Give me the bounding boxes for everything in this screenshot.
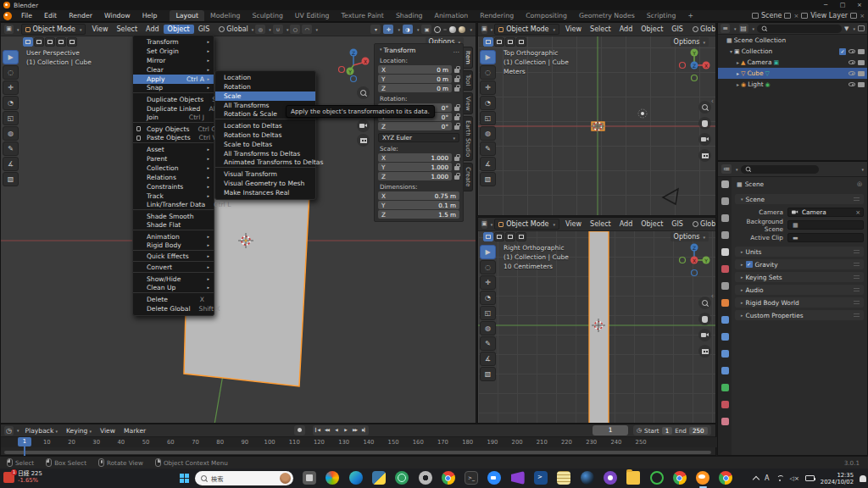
zoom-view-icon[interactable] [698,101,711,114]
falloff-curve-icon[interactable]: ◠ [302,25,312,34]
filter-funnel-icon[interactable]: ▼ [844,25,849,32]
workspace-tab[interactable]: Shading [390,10,429,21]
panel-options-icon[interactable]: … [453,47,459,54]
jump-to-start-button[interactable]: ▎◀ [313,425,322,435]
perspective-toggle-icon[interactable] [357,134,370,147]
hide-viewport-icon[interactable] [849,71,855,75]
measure-tool[interactable]: ∡ [3,157,19,171]
hide-viewport-icon[interactable] [849,82,855,86]
lock-icon[interactable] [454,78,459,82]
transform-orientation-dropdown[interactable]: Global▾ [693,25,715,33]
lock-icon[interactable] [454,166,459,170]
material-properties-tab[interactable] [721,401,729,408]
object-menu-item[interactable]: Parent ▸ [133,154,214,164]
camera-view-icon[interactable] [698,133,711,146]
apply-menu-item[interactable]: Visual Geometry to Mesh [215,179,315,188]
light-object[interactable] [638,109,647,118]
lock-icon[interactable] [454,157,459,161]
expand-arrow-icon[interactable]: ▾ [730,48,732,54]
gizmos-toggle-icon[interactable]: ✛ [383,25,393,34]
lock-icon[interactable] [454,69,459,73]
object-menu-item[interactable]: Transform ▸ [133,37,214,47]
transform-tool[interactable]: ◍ [480,321,496,336]
navigation-gizmo[interactable]: Z X Y [337,47,370,86]
lock-icon[interactable] [454,175,459,180]
gravity-section[interactable]: ▸✓Gravity [735,259,864,269]
object-menu-item[interactable]: Join Ctrl J [133,114,214,123]
camera-view-icon[interactable] [357,119,370,132]
notepad-icon[interactable] [557,471,570,485]
blender-menu-icon[interactable] [3,12,12,20]
rotate-tool[interactable]: ◔ [480,96,496,110]
active-clip-field[interactable]: ▬ [787,233,864,242]
globe-icon[interactable] [395,471,409,485]
scale-field[interactable]: X1.000 [378,153,452,162]
npanel-tab[interactable]: Earth Studio [464,116,473,161]
measure-tool[interactable]: ∡ [480,157,496,171]
viewport-menu-item[interactable]: GIS [667,25,687,34]
overlays-toggle-icon[interactable]: ◑ [403,25,413,34]
npanel-tab[interactable]: Item [464,47,473,69]
disable-render-icon[interactable] [858,49,865,54]
app-menu-item[interactable]: Window [98,12,136,19]
object-menu-item[interactable]: Duplicate Objects Shift D [133,95,214,104]
box-select-icon[interactable] [494,232,504,241]
circle-select-icon[interactable] [45,37,55,47]
apply-menu-item[interactable]: Rotation to Deltas [215,130,315,140]
chrome-3-icon[interactable] [719,471,732,485]
scene-panel-header[interactable]: ▾Scene [735,194,864,204]
timeline-editor-icon[interactable]: ◷ [4,426,14,435]
lasso-select-icon[interactable] [516,232,526,241]
viewport-menu-item[interactable]: View [561,25,586,34]
audio-section[interactable]: ▸Audio [735,285,864,295]
blender-icon[interactable] [696,471,709,485]
viewport-menu-item[interactable]: View [561,219,586,229]
viewport-menu-item[interactable]: Select [112,25,142,34]
outliner-row-scene-collection[interactable]: ▦ Scene Collection [718,35,867,46]
github-icon[interactable] [604,471,617,485]
axis-x-neg-handle[interactable] [339,67,345,73]
timeline-ruler[interactable]: 1102030405060708090100110120130140150160… [1,437,717,447]
chrome-2-icon[interactable] [673,471,687,485]
stock-widget[interactable]: 日経 225-1.65% [3,470,42,484]
workspace-tab[interactable]: Geometry Nodes [573,10,641,21]
expand-arrow-icon[interactable]: ▸ [737,70,739,76]
apply-menu-item[interactable]: Scale [215,92,315,101]
location-field[interactable]: Z0 m [378,84,452,92]
lock-icon[interactable] [454,125,459,130]
new-scene-icon[interactable] [784,13,791,19]
task-view-icon[interactable] [303,471,316,485]
new-view-layer-icon[interactable] [850,13,857,19]
start-button[interactable] [180,474,189,483]
cursor-tool[interactable]: ◌ [480,260,496,274]
timeline-menu-item[interactable]: Keying▾ [62,427,96,435]
circle-select-icon[interactable] [505,37,515,47]
mode-dropdown[interactable]: Object Mode▾ [494,24,559,35]
mode-dropdown[interactable]: Object Mode▾ [494,219,559,230]
settings-icon[interactable] [419,471,432,485]
viewport-menu-item[interactable]: Add [615,25,637,34]
disable-render-icon[interactable] [858,60,865,65]
apply-menu-item[interactable]: Location to Deltas [215,121,315,130]
viewport-options-button[interactable]: Options▾ [670,37,709,47]
box-select-icon[interactable] [494,37,504,47]
sphere-icon[interactable] [581,471,594,485]
object-menu-item[interactable]: Clear ▸ [133,65,214,75]
playhead[interactable]: 1 [18,437,31,446]
workspace-tab[interactable]: Modeling [204,10,246,21]
cursor-tool[interactable]: ◌ [3,65,19,80]
scale-field[interactable]: Z1.000 [378,172,452,180]
measure-tool[interactable]: ∡ [480,352,496,366]
apply-menu-item[interactable]: Animated Transforms to Deltas [215,158,315,168]
zoom-view-icon[interactable] [357,86,370,99]
workspace-tab[interactable]: Layout [170,10,204,21]
constraint-properties-tab[interactable] [721,367,729,374]
collection-properties-tab[interactable] [721,282,729,290]
particle-properties-tab[interactable] [721,333,729,341]
cursor-tool-icon[interactable] [67,37,77,47]
show-gizmo-dropdown[interactable]: ▾ [370,25,381,34]
world-properties-tab[interactable] [721,265,729,273]
wireframe-shading-icon[interactable] [434,26,441,33]
camera-view-icon[interactable] [698,329,711,341]
tweak-select-icon[interactable] [23,37,33,47]
